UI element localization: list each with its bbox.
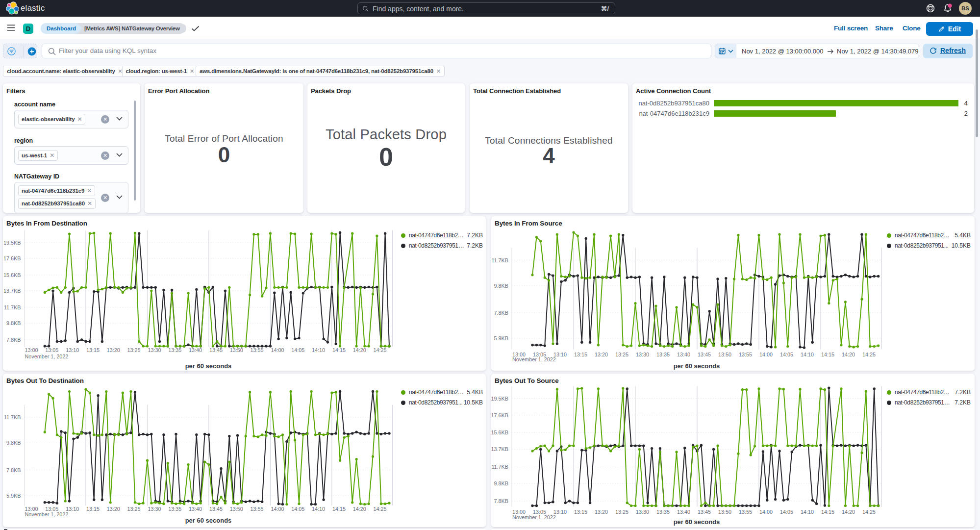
- svg-text:14:20: 14:20: [842, 352, 855, 357]
- svg-text:14:15: 14:15: [821, 352, 834, 357]
- svg-text:13:20: 13:20: [595, 509, 608, 515]
- svg-text:13:35: 13:35: [168, 347, 181, 353]
- svg-text:November 1, 2022: November 1, 2022: [512, 356, 556, 362]
- svg-text:14:10: 14:10: [801, 352, 814, 357]
- svg-text:14:15: 14:15: [821, 509, 834, 515]
- svg-text:14:05: 14:05: [291, 347, 304, 353]
- svg-text:13:50: 13:50: [718, 352, 731, 357]
- svg-text:13:45: 13:45: [698, 352, 711, 357]
- svg-text:15.6KB: 15.6KB: [491, 429, 508, 435]
- svg-text:13:25: 13:25: [127, 506, 141, 512]
- svg-text:15.6KB: 15.6KB: [3, 272, 21, 278]
- svg-text:13:40: 13:40: [189, 347, 202, 353]
- svg-text:9.8KB: 9.8KB: [494, 480, 508, 486]
- svg-text:7.8KB: 7.8KB: [6, 337, 21, 343]
- svg-text:5.9KB: 5.9KB: [494, 335, 508, 341]
- svg-text:14:25: 14:25: [374, 347, 387, 353]
- svg-text:13:35: 13:35: [656, 509, 670, 515]
- svg-text:13:50: 13:50: [230, 347, 243, 353]
- svg-text:7.8KB: 7.8KB: [494, 498, 508, 504]
- svg-text:13:25: 13:25: [615, 352, 628, 357]
- svg-text:13:55: 13:55: [251, 347, 264, 353]
- svg-text:14:00: 14:00: [271, 506, 284, 512]
- svg-text:13:20: 13:20: [107, 506, 120, 512]
- svg-text:13:15: 13:15: [86, 506, 100, 512]
- svg-text:13:55: 13:55: [739, 352, 752, 357]
- svg-text:13:00: 13:00: [25, 347, 38, 353]
- svg-text:17.6KB: 17.6KB: [491, 412, 508, 418]
- svg-text:11.7KB: 11.7KB: [4, 304, 21, 310]
- svg-text:14:25: 14:25: [862, 352, 876, 357]
- svg-text:5.9KB: 5.9KB: [6, 493, 21, 499]
- svg-text:14:15: 14:15: [332, 347, 346, 353]
- svg-text:14:05: 14:05: [291, 506, 304, 512]
- svg-text:13.7KB: 13.7KB: [491, 446, 508, 452]
- svg-text:14:05: 14:05: [780, 352, 793, 357]
- svg-text:November 1, 2022: November 1, 2022: [25, 511, 69, 517]
- svg-text:13:30: 13:30: [636, 509, 649, 515]
- svg-text:11.7KB: 11.7KB: [4, 414, 21, 420]
- svg-text:14:10: 14:10: [312, 506, 325, 512]
- svg-text:13:05: 13:05: [45, 347, 58, 353]
- svg-text:13:10: 13:10: [66, 347, 79, 353]
- svg-text:13:25: 13:25: [615, 509, 628, 515]
- svg-text:7.8KB: 7.8KB: [6, 467, 21, 473]
- svg-text:13:40: 13:40: [677, 352, 690, 357]
- svg-text:19.5KB: 19.5KB: [491, 396, 508, 402]
- svg-text:9.8KB: 9.8KB: [6, 440, 21, 446]
- svg-text:14:00: 14:00: [759, 352, 773, 357]
- svg-text:13:35: 13:35: [168, 506, 181, 512]
- svg-text:13:25: 13:25: [127, 347, 141, 353]
- svg-text:14:20: 14:20: [842, 509, 855, 515]
- svg-text:13:30: 13:30: [148, 506, 161, 512]
- svg-text:14:25: 14:25: [862, 509, 876, 515]
- svg-text:13:45: 13:45: [698, 509, 711, 515]
- svg-text:9.8KB: 9.8KB: [6, 320, 21, 326]
- svg-text:13:50: 13:50: [718, 509, 731, 515]
- svg-text:13:55: 13:55: [251, 506, 264, 512]
- svg-text:14:00: 14:00: [271, 347, 284, 353]
- svg-text:9.8KB: 9.8KB: [494, 283, 508, 289]
- svg-text:13.7KB: 13.7KB: [3, 288, 21, 294]
- svg-text:14:10: 14:10: [312, 347, 325, 353]
- svg-text:14:10: 14:10: [801, 509, 814, 515]
- svg-text:14:15: 14:15: [332, 506, 346, 512]
- svg-text:13:30: 13:30: [148, 347, 161, 353]
- svg-text:14:05: 14:05: [780, 509, 793, 515]
- svg-text:7.8KB: 7.8KB: [494, 310, 508, 316]
- svg-text:November 1, 2022: November 1, 2022: [512, 514, 556, 520]
- svg-text:13:40: 13:40: [189, 506, 202, 512]
- svg-text:13:55: 13:55: [739, 509, 752, 515]
- svg-text:13:20: 13:20: [107, 347, 120, 353]
- svg-text:13:20: 13:20: [595, 352, 608, 357]
- svg-text:13:15: 13:15: [574, 352, 587, 357]
- svg-text:19.5KB: 19.5KB: [3, 240, 21, 246]
- svg-text:13:50: 13:50: [230, 506, 243, 512]
- svg-text:13:15: 13:15: [574, 509, 587, 515]
- svg-text:13:45: 13:45: [209, 347, 223, 353]
- svg-text:14:25: 14:25: [374, 506, 387, 512]
- svg-text:November 1, 2022: November 1, 2022: [25, 353, 69, 359]
- svg-text:14:00: 14:00: [759, 509, 773, 515]
- svg-text:14:20: 14:20: [353, 506, 366, 512]
- svg-text:13:35: 13:35: [656, 352, 670, 357]
- svg-text:17.6KB: 17.6KB: [3, 255, 21, 261]
- svg-text:13:15: 13:15: [86, 347, 100, 353]
- svg-text:11.7KB: 11.7KB: [491, 464, 508, 470]
- svg-text:13:40: 13:40: [677, 509, 690, 515]
- svg-text:13:30: 13:30: [636, 352, 649, 357]
- svg-text:14:20: 14:20: [353, 347, 366, 353]
- svg-text:11.7KB: 11.7KB: [491, 257, 508, 263]
- svg-text:13:45: 13:45: [209, 506, 223, 512]
